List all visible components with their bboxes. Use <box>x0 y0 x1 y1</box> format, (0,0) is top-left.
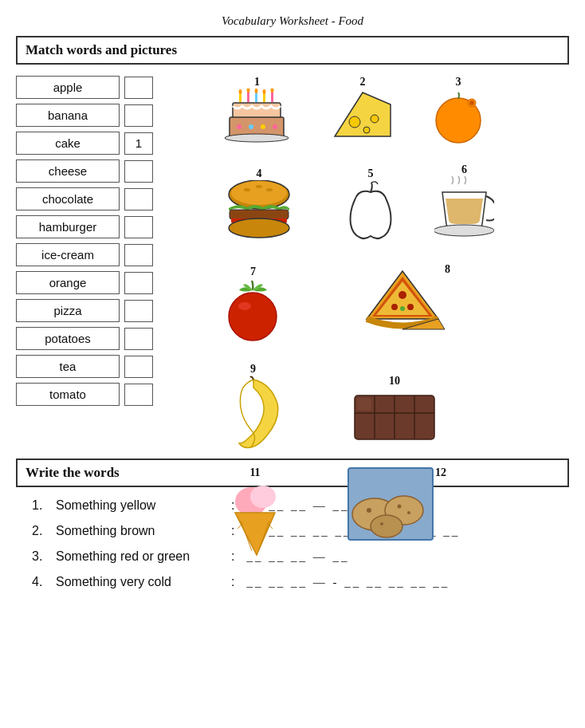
answer-input[interactable] <box>124 272 153 294</box>
hamburger-icon <box>223 180 295 244</box>
food-11: 11 <box>223 466 287 559</box>
word-row: tea <box>16 355 191 378</box>
svg-point-27 <box>256 185 262 188</box>
svg-point-41 <box>400 306 405 311</box>
answer-input[interactable] <box>124 104 153 127</box>
svg-rect-4 <box>271 91 273 102</box>
svg-point-50 <box>250 486 276 508</box>
word-row: hamburger <box>16 215 191 238</box>
answer-input[interactable] <box>124 216 153 238</box>
page-title: Vocabulary Worksheet - Food <box>16 14 569 28</box>
cake-icon <box>223 89 291 152</box>
potatoes-icon <box>347 466 434 542</box>
svg-point-38 <box>399 291 406 299</box>
word-label: cake <box>16 132 120 155</box>
svg-point-19 <box>371 115 379 123</box>
svg-point-40 <box>407 304 414 310</box>
write-item-3: 3. Something red or green : __ __ __ — _… <box>32 549 569 564</box>
svg-rect-1 <box>247 91 249 102</box>
pictures-area: 1 <box>199 76 569 435</box>
svg-point-13 <box>249 124 253 129</box>
section2-header: Write the words <box>16 458 569 487</box>
svg-point-39 <box>391 304 398 310</box>
food-3: 3 <box>430 76 486 146</box>
answer-input[interactable] <box>124 356 153 378</box>
food-4: 4 <box>223 167 295 244</box>
svg-point-20 <box>363 127 370 133</box>
word-row: cheese <box>16 159 191 183</box>
svg-point-12 <box>237 124 241 129</box>
pizza-icon <box>359 267 446 331</box>
food-6: 6 <box>434 163 494 240</box>
svg-point-23 <box>469 100 474 105</box>
svg-point-31 <box>229 218 289 238</box>
answer-input[interactable] <box>124 384 153 406</box>
write-item-4: 4. Something very cold : __ __ __ — - __… <box>32 575 569 589</box>
section1-header: Match words and pictures <box>16 36 569 65</box>
svg-point-15 <box>273 124 277 129</box>
svg-point-64 <box>380 522 383 525</box>
food-1: 1 <box>223 76 291 152</box>
answer-input[interactable] <box>124 77 153 99</box>
svg-point-61 <box>398 505 402 509</box>
ice-cream-icon <box>223 479 287 559</box>
svg-point-18 <box>349 116 360 128</box>
svg-point-14 <box>261 124 265 129</box>
svg-point-63 <box>371 515 402 537</box>
word-row: potatoes <box>16 327 191 350</box>
word-label: tea <box>16 355 120 378</box>
answer-input[interactable]: 1 <box>124 132 153 155</box>
chocolate-icon <box>351 388 438 443</box>
svg-point-33 <box>229 293 277 340</box>
word-label: cheese <box>16 159 120 183</box>
cheese-icon <box>331 89 395 144</box>
word-label: tomato <box>16 383 120 406</box>
tomato-icon <box>223 278 283 346</box>
svg-point-28 <box>266 188 273 191</box>
word-row: chocolate <box>16 187 191 211</box>
word-row: banana <box>16 104 191 127</box>
svg-point-8 <box>263 89 266 94</box>
svg-marker-17 <box>335 92 391 136</box>
word-row: ice-cream <box>16 243 191 266</box>
word-label: chocolate <box>16 187 120 211</box>
apple-outline-icon <box>343 180 399 244</box>
svg-point-58 <box>367 508 371 513</box>
word-label: pizza <box>16 299 120 322</box>
banana-icon <box>223 376 283 455</box>
tea-icon <box>434 176 494 240</box>
word-label: orange <box>16 271 120 294</box>
svg-point-62 <box>407 511 410 514</box>
word-row: apple <box>16 76 191 99</box>
svg-point-34 <box>238 302 251 310</box>
food-2: 2 <box>331 76 395 144</box>
food-5: 5 <box>343 167 399 244</box>
svg-rect-48 <box>357 398 371 411</box>
word-label: potatoes <box>16 327 120 350</box>
write-item-2: 2. Something brown : __ __ __ __ __ __ _… <box>32 524 569 538</box>
answer-input[interactable] <box>124 188 153 211</box>
word-label: banana <box>16 104 120 127</box>
svg-rect-10 <box>233 103 281 119</box>
answer-input[interactable] <box>124 160 153 183</box>
answer-input[interactable] <box>124 300 153 322</box>
orange-icon <box>430 89 486 146</box>
word-row: pizza <box>16 299 191 322</box>
svg-rect-29 <box>230 210 289 219</box>
food-10: 10 <box>351 375 438 443</box>
write-item-1: 1. Something yellow : __ __ __ — __ __ <box>32 498 569 513</box>
answer-input[interactable] <box>124 244 153 266</box>
write-list: 1. Something yellow : __ __ __ — __ __ 2… <box>16 498 569 589</box>
word-label: apple <box>16 76 120 99</box>
svg-point-5 <box>239 89 242 94</box>
food-12: 12 <box>347 466 434 542</box>
svg-point-26 <box>244 188 250 191</box>
food-9: 9 <box>223 363 283 455</box>
word-label: ice-cream <box>16 243 120 266</box>
words-column: applebananacake1cheesechocolatehamburger… <box>16 76 191 435</box>
word-label: hamburger <box>16 215 120 238</box>
food-7: 7 <box>223 266 283 346</box>
svg-point-16 <box>225 134 289 142</box>
answer-input[interactable] <box>124 328 153 350</box>
word-row: tomato <box>16 383 191 406</box>
